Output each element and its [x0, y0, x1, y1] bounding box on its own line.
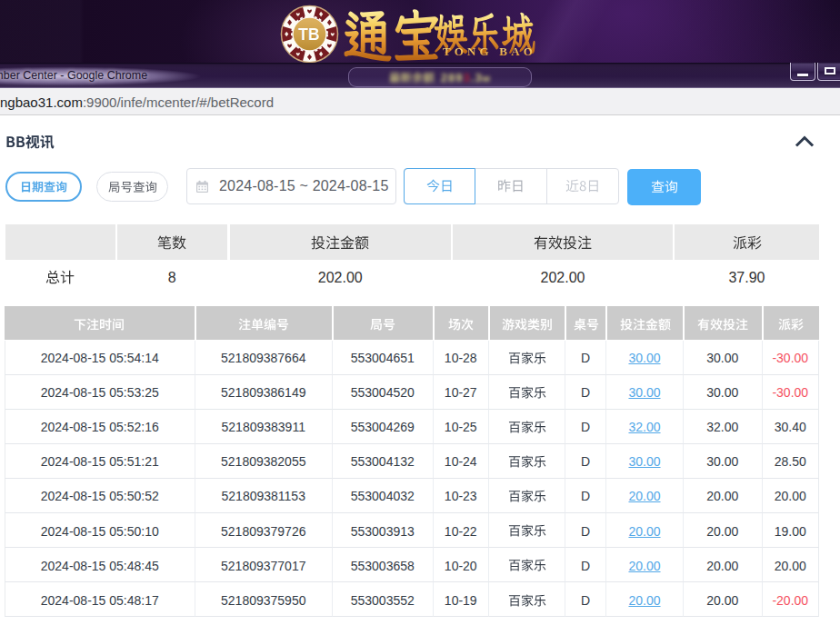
svg-text:TB: TB — [298, 25, 319, 44]
